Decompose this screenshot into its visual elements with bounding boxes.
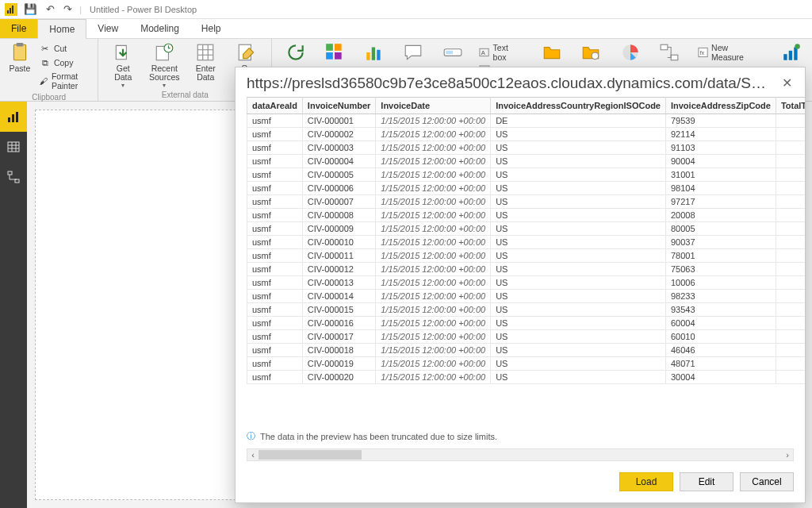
tab-home[interactable]: Home bbox=[37, 19, 86, 39]
table-cell: usmf bbox=[247, 209, 303, 222]
table-cell: 14427.5 bbox=[776, 155, 805, 168]
dialog-url: https://preslsd36580c9b7e3ce8a500c12eaos… bbox=[247, 75, 770, 92]
bar-chart-button[interactable] bbox=[357, 42, 391, 63]
table-cell: 5972.85 bbox=[776, 182, 805, 195]
enter-data-icon bbox=[194, 42, 216, 63]
table-row[interactable]: usmfCIV-0000141/15/2015 12:00:00 +00:00U… bbox=[247, 290, 806, 303]
table-cell: US bbox=[491, 371, 666, 384]
table-cell: 6144.37 bbox=[776, 317, 805, 330]
qat-save-button[interactable]: 💾 bbox=[21, 2, 40, 17]
paste-button[interactable]: Paste bbox=[6, 42, 33, 73]
publish-button[interactable] bbox=[774, 42, 808, 63]
refresh-icon bbox=[285, 42, 307, 63]
table-cell: 75063 bbox=[665, 263, 776, 276]
column-header[interactable]: InvoiceDate bbox=[376, 98, 491, 114]
table-row[interactable]: usmfCIV-0000061/15/2015 12:00:00 +00:00U… bbox=[247, 182, 806, 195]
scroll-left-arrow[interactable]: ‹ bbox=[247, 449, 259, 460]
format-painter-button[interactable]: 🖌Format Painter bbox=[38, 71, 91, 91]
table-cell: US bbox=[491, 141, 666, 155]
table-row[interactable]: usmfCIV-0000021/15/2015 12:00:00 +00:00U… bbox=[247, 128, 806, 141]
table-cell: US bbox=[491, 182, 666, 195]
manage-button[interactable] bbox=[574, 42, 608, 63]
column-header[interactable]: TotalTaxAmount bbox=[776, 98, 805, 114]
table-row[interactable]: usmfCIV-0000201/15/2015 12:00:00 +00:00U… bbox=[247, 371, 806, 384]
refresh-button[interactable] bbox=[278, 42, 312, 63]
textbox-button[interactable]: AText box bbox=[477, 42, 523, 63]
qat-redo-button[interactable]: ↷ bbox=[60, 2, 75, 17]
table-cell: 20933.65 bbox=[776, 141, 805, 155]
table-row[interactable]: usmfCIV-0000011/15/2015 12:00:00 +00:00D… bbox=[247, 114, 806, 128]
table-cell: 0 bbox=[776, 195, 805, 209]
table-row[interactable]: usmfCIV-0000181/15/2015 12:00:00 +00:00U… bbox=[247, 344, 806, 357]
table-row[interactable]: usmfCIV-0000101/15/2015 12:00:00 +00:00U… bbox=[247, 236, 806, 249]
table-cell: 60010 bbox=[665, 330, 776, 344]
table-cell: 1/15/2015 12:00:00 +00:00 bbox=[376, 263, 491, 276]
cut-button[interactable]: ✂Cut bbox=[38, 42, 91, 55]
table-row[interactable]: usmfCIV-0000151/15/2015 12:00:00 +00:00U… bbox=[247, 303, 806, 317]
edit-button[interactable]: Edit bbox=[680, 472, 733, 491]
table-cell: usmf bbox=[247, 276, 303, 290]
table-cell: US bbox=[491, 344, 666, 357]
relationships-button[interactable] bbox=[652, 42, 686, 63]
table-cell: US bbox=[491, 330, 666, 344]
recent-sources-button[interactable]: Recent Sources bbox=[146, 42, 182, 89]
nav-report[interactable] bbox=[0, 102, 27, 132]
table-row[interactable]: usmfCIV-0000081/15/2015 12:00:00 +00:00U… bbox=[247, 209, 806, 222]
table-row[interactable]: usmfCIV-0000161/15/2015 12:00:00 +00:00U… bbox=[247, 317, 806, 330]
scroll-thumb[interactable] bbox=[259, 450, 362, 460]
new-visual-button[interactable] bbox=[318, 42, 352, 63]
nav-data[interactable] bbox=[0, 132, 27, 162]
copy-button[interactable]: ⧉Copy bbox=[38, 56, 91, 69]
table-row[interactable]: usmfCIV-0000171/15/2015 12:00:00 +00:00U… bbox=[247, 330, 806, 344]
pie-button[interactable] bbox=[613, 42, 647, 63]
column-header[interactable]: InvoiceAddressCountryRegionISOCode bbox=[491, 98, 666, 114]
table-cell: 2593 bbox=[776, 371, 805, 384]
svg-rect-17 bbox=[446, 51, 453, 54]
svg-text:A: A bbox=[481, 49, 485, 56]
svg-rect-3 bbox=[13, 44, 25, 60]
table-cell: CIV-000005 bbox=[302, 168, 375, 182]
table-row[interactable]: usmfCIV-0000031/15/2015 12:00:00 +00:00U… bbox=[247, 141, 806, 155]
table-cell: usmf bbox=[247, 128, 303, 141]
tab-modeling[interactable]: Modeling bbox=[129, 19, 190, 38]
table-row[interactable]: usmfCIV-0000191/15/2015 12:00:00 +00:00U… bbox=[247, 357, 806, 371]
new-measure-button[interactable]: fxNew Measure bbox=[696, 42, 761, 63]
table-cell: usmf bbox=[247, 290, 303, 303]
recent-sources-icon bbox=[153, 42, 175, 63]
table-cell: 91103 bbox=[665, 141, 776, 155]
table-cell: 16920.38 bbox=[776, 263, 805, 276]
column-header[interactable]: InvoiceAddressZipCode bbox=[665, 98, 776, 114]
relationships-icon bbox=[658, 42, 680, 63]
table-row[interactable]: usmfCIV-0000091/15/2015 12:00:00 +00:00U… bbox=[247, 222, 806, 236]
table-row[interactable]: usmfCIV-0000051/15/2015 12:00:00 +00:00U… bbox=[247, 168, 806, 182]
dialog-close-button[interactable]: ✕ bbox=[777, 74, 797, 92]
horizontal-scrollbar[interactable]: ‹ › bbox=[247, 448, 794, 461]
manage-rel-button[interactable] bbox=[534, 42, 569, 63]
buttons-button[interactable] bbox=[435, 42, 469, 63]
scroll-right-arrow[interactable]: › bbox=[782, 449, 793, 460]
enter-data-button[interactable]: Enter Data bbox=[187, 42, 224, 82]
table-row[interactable]: usmfCIV-0000071/15/2015 12:00:00 +00:00U… bbox=[247, 195, 806, 209]
column-header[interactable]: dataAreaId bbox=[247, 98, 303, 114]
table-cell: usmf bbox=[247, 357, 303, 371]
qat-undo-button[interactable]: ↶ bbox=[43, 2, 58, 17]
table-cell: 1/15/2015 12:00:00 +00:00 bbox=[376, 236, 491, 249]
svg-rect-2 bbox=[12, 6, 13, 13]
load-button[interactable]: Load bbox=[619, 472, 673, 491]
get-data-button[interactable]: Get Data bbox=[105, 42, 141, 89]
tab-view[interactable]: View bbox=[86, 19, 129, 38]
left-nav bbox=[0, 102, 27, 508]
table-row[interactable]: usmfCIV-0000041/15/2015 12:00:00 +00:00U… bbox=[247, 155, 806, 168]
nav-model[interactable] bbox=[0, 162, 27, 192]
tab-help[interactable]: Help bbox=[190, 19, 232, 38]
table-cell: CIV-000015 bbox=[302, 303, 375, 317]
table-row[interactable]: usmfCIV-0000121/15/2015 12:00:00 +00:00U… bbox=[247, 263, 806, 276]
text-button[interactable] bbox=[396, 42, 431, 63]
table-cell: CIV-000008 bbox=[302, 209, 375, 222]
tab-file[interactable]: File bbox=[0, 19, 37, 38]
table-row[interactable]: usmfCIV-0000111/15/2015 12:00:00 +00:00U… bbox=[247, 249, 806, 263]
table-cell: usmf bbox=[247, 317, 303, 330]
column-header[interactable]: InvoiceNumber bbox=[302, 98, 375, 114]
table-row[interactable]: usmfCIV-0000131/15/2015 12:00:00 +00:00U… bbox=[247, 276, 806, 290]
cancel-button[interactable]: Cancel bbox=[740, 472, 794, 491]
